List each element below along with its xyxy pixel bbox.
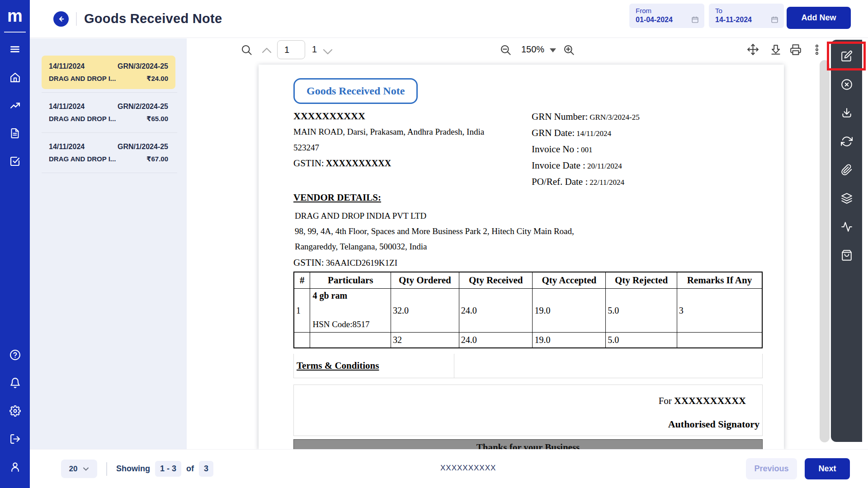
to-date-picker[interactable]: To 14-11-2024 [709,4,784,28]
cancel-icon[interactable] [836,74,858,95]
cell-qty-rejected: 5.0 [606,289,677,333]
download-icon[interactable] [770,44,782,56]
col-qty-accepted: Qty Accepted [533,272,606,289]
showing-total: 3 [199,461,213,477]
from-label: From [636,7,704,14]
document-page: Goods Received Note XXXXXXXXXX MAIN ROAD… [259,65,784,450]
help-icon[interactable] [0,341,30,369]
logout-icon[interactable] [0,425,30,453]
document-badge: Goods Received Note [293,78,418,104]
add-new-button[interactable]: Add New [787,7,851,29]
grn-list-item[interactable]: 14/11/2024 GRN/3/2024-25 DRAG AND DROP I… [42,56,175,89]
company-gstin: GSTIN: XXXXXXXXXX [293,155,484,172]
cell-sno [294,333,310,348]
list-divider [42,132,177,133]
list-divider [42,92,177,93]
chevron-down-icon [83,467,89,471]
total-remarks [677,333,762,348]
list-divider [42,173,177,173]
layers-icon[interactable] [836,188,858,209]
cell-sno: 1 [294,289,310,333]
grn-vendor: DRAG AND DROP I... [49,75,116,82]
refresh-icon[interactable] [836,131,858,152]
col-remarks: Remarks If Any [677,272,762,289]
from-date-picker[interactable]: From 01-04-2024 [629,4,704,28]
cell-particulars [310,333,391,348]
grn-amount: ₹67.00 [146,155,168,163]
activity-icon[interactable] [836,216,858,238]
edit-highlight-box [827,42,866,70]
terms-section: Terms & Conditions [293,354,763,378]
total-qty-received: 24.0 [459,333,533,348]
grn-number: GRN/2/2024-25 [118,103,168,111]
calendar-icon [771,16,778,23]
table-row: 1 4 gb ram HSN Code:8517 32.0 24.0 19.0 … [294,289,762,333]
print-icon[interactable] [790,44,802,56]
app-header: Goods Received Note From 01-04-2024 To 1… [30,0,868,38]
grn-number: GRN/1/2024-25 [118,143,168,151]
meta-line: PO/Ref. Date : 22/11/2024 [532,174,640,190]
meta-line: GRN Date: 14/11/2024 [532,125,640,141]
zoom-dropdown-caret[interactable] [550,48,556,52]
zoom-level[interactable]: 150% [521,44,544,55]
meta-line: Invoice Date : 20/11/2024 [532,158,640,174]
showing-label: Showing [116,464,150,474]
document-icon[interactable] [0,119,30,147]
home-icon[interactable] [0,63,30,91]
previous-button[interactable]: Previous [746,458,797,479]
cell-qty-ordered: 32.0 [391,289,459,333]
showing-summary: Showing 1 - 3 of 3 [116,461,213,477]
table-total-row: 32 24.0 19.0 5.0 [294,333,762,348]
grn-items-table: # Particulars Qty Ordered Qty Received Q… [293,272,763,348]
zoom-in-icon[interactable] [563,44,575,56]
bell-icon[interactable] [0,369,30,397]
grn-list-item[interactable]: 14/11/2024 GRN/1/2024-25 DRAG AND DROP I… [42,136,175,169]
grn-date: 14/11/2024 [49,62,85,70]
item-hsn: HSN Code:8517 [312,319,369,329]
kebab-icon[interactable] [811,44,823,56]
vendor-block: VENDOR DETAILS: DRAG AND DROP INDIA PVT … [293,192,574,268]
download-icon[interactable] [836,102,858,124]
page-size-select[interactable]: 20 [61,460,97,478]
search-icon[interactable] [241,44,253,56]
terms-divider [454,354,454,378]
zoom-out-icon[interactable] [500,44,512,56]
cell-qty-accepted: 19.0 [533,289,606,333]
signature-company: XXXXXXXXXX [674,395,746,406]
menu-icon[interactable] [0,35,30,63]
pdf-viewer: 1 150% Goods Received Note XXXXXXXXXX [187,38,831,449]
trending-up-icon[interactable] [0,91,30,119]
bag-icon[interactable] [836,244,858,266]
viewer-scrollbar[interactable] [820,60,830,442]
left-sidebar: m [0,0,30,488]
check-square-icon[interactable] [0,147,30,175]
sidebar-divider [4,32,26,33]
grn-amount: ₹24.00 [146,75,168,83]
company-block: XXXXXXXXXX MAIN ROAD, Darsi, Prakasam, A… [293,108,484,172]
col-qty-rejected: Qty Rejected [606,272,677,289]
grn-vendor: DRAG AND DROP I... [49,115,116,122]
col-particulars: Particulars [310,272,391,289]
signature-section: For XXXXXXXXXX Authorised Signatory [293,385,763,436]
move-icon[interactable] [747,43,759,56]
grn-list-item[interactable]: 14/11/2024 GRN/2/2024-25 DRAG AND DROP I… [42,96,175,129]
chevron-down-icon[interactable] [322,48,333,56]
terms-heading: Terms & Conditions [294,354,762,371]
gear-icon[interactable] [0,397,30,425]
user-icon[interactable] [0,453,30,481]
grn-vendor: DRAG AND DROP I... [49,155,116,163]
header-divider [76,12,77,26]
calendar-icon [691,16,699,23]
grn-date: 14/11/2024 [49,143,85,151]
page-title: Goods Received Note [84,11,222,26]
next-button[interactable]: Next [805,458,850,479]
pdf-toolbar: 1 150% [187,38,831,63]
cell-particulars: 4 gb ram HSN Code:8517 [310,289,391,333]
attachment-icon[interactable] [836,159,858,181]
chevron-up-icon[interactable] [261,47,272,54]
grn-date: 14/11/2024 [49,103,85,111]
page-number-input[interactable] [277,40,305,59]
total-qty-accepted: 19.0 [533,333,606,348]
document-footer-note: Thanks for your Business [293,439,763,450]
back-button[interactable] [53,11,69,27]
